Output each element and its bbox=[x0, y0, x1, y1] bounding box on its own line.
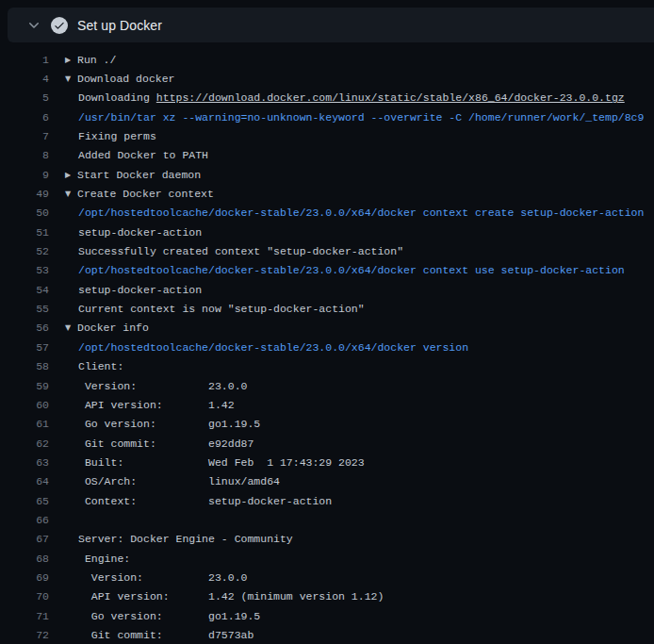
line-number[interactable]: 9 bbox=[0, 169, 49, 181]
log-text-line: Go version: go1.19.5 bbox=[49, 610, 260, 622]
log-lines: 1▶Run ./4▼Download docker5Downloading ht… bbox=[0, 50, 654, 644]
group-expanded-icon[interactable]: ▼ bbox=[65, 190, 77, 198]
line-number[interactable]: 1 bbox=[0, 54, 49, 66]
log-group-header[interactable]: ▶Run ./ bbox=[49, 54, 116, 66]
log-line: 57/opt/hostedtoolcache/docker-stable/23.… bbox=[0, 338, 654, 356]
log-group-header[interactable]: ▼Download docker bbox=[49, 73, 175, 85]
log-text-line: Git commit: d7573ab bbox=[49, 629, 253, 641]
group-collapsed-icon[interactable]: ▶ bbox=[65, 56, 77, 64]
line-number[interactable]: 62 bbox=[0, 438, 49, 450]
group-title: Docker info bbox=[77, 322, 149, 334]
log-line: 9▶Start Docker daemon bbox=[0, 165, 654, 184]
log-line: 51setup-docker-action bbox=[0, 223, 654, 241]
log-text-line: Downloading https://download.docker.com/… bbox=[49, 91, 625, 104]
log-line: 6/usr/bin/tar xz --warning=no-unknown-ke… bbox=[0, 107, 654, 126]
log-text-line: API version: 1.42 (minimum version 1.12) bbox=[49, 590, 384, 603]
step-success-icon bbox=[51, 17, 68, 34]
line-number[interactable]: 59 bbox=[0, 380, 49, 392]
line-number[interactable]: 72 bbox=[0, 629, 49, 641]
command-line: /opt/hostedtoolcache/docker-stable/23.0.… bbox=[49, 341, 468, 354]
line-number[interactable]: 53 bbox=[0, 264, 49, 276]
line-number[interactable]: 63 bbox=[0, 456, 49, 469]
line-number[interactable]: 56 bbox=[0, 322, 49, 334]
chevron-down-icon[interactable] bbox=[26, 18, 41, 33]
group-title: Run ./ bbox=[77, 54, 116, 66]
log-line: 53/opt/hostedtoolcache/docker-stable/23.… bbox=[0, 261, 654, 280]
log-group-header[interactable]: ▼Docker info bbox=[49, 322, 149, 334]
step-header[interactable]: Set up Docker bbox=[8, 8, 654, 42]
log-line: 52Successfully created context "setup-do… bbox=[0, 241, 654, 260]
command-line: /opt/hostedtoolcache/docker-stable/23.0.… bbox=[49, 206, 644, 219]
log-line: 60 API version: 1.42 bbox=[0, 395, 654, 414]
log-line: 62 Git commit: e92dd87 bbox=[0, 434, 654, 453]
group-collapsed-icon[interactable]: ▶ bbox=[65, 171, 77, 179]
log-line: 4▼Download docker bbox=[0, 69, 654, 88]
line-number[interactable]: 7 bbox=[0, 130, 49, 142]
log-text-line: Fixing perms bbox=[49, 130, 156, 142]
log-text-line: Successfully created context "setup-dock… bbox=[49, 245, 403, 257]
actions-log-viewer: Set up Docker 1▶Run ./4▼Download docker5… bbox=[0, 0, 654, 644]
log-group-header[interactable]: ▶Start Docker daemon bbox=[49, 169, 201, 181]
log-text-line: Git commit: e92dd87 bbox=[49, 438, 253, 450]
line-number[interactable]: 71 bbox=[0, 610, 49, 622]
log-text-line: Version: 23.0.0 bbox=[49, 380, 247, 392]
line-number[interactable]: 8 bbox=[0, 149, 49, 161]
log-text: Downloading bbox=[78, 91, 156, 104]
log-line: 59 Version: 23.0.0 bbox=[0, 376, 654, 395]
log-text-line: Added Docker to PATH bbox=[49, 149, 208, 161]
log-line: 5Downloading https://download.docker.com… bbox=[0, 89, 654, 107]
log-text-line: Built: Wed Feb 1 17:43:29 2023 bbox=[49, 456, 365, 469]
log-text-line: Engine: bbox=[49, 553, 130, 565]
line-number[interactable]: 61 bbox=[0, 418, 49, 430]
log-line: 71 Go version: go1.19.5 bbox=[0, 606, 654, 625]
line-number[interactable]: 60 bbox=[0, 399, 49, 411]
log-line: 58Client: bbox=[0, 357, 654, 376]
line-number[interactable]: 50 bbox=[0, 206, 49, 219]
log-line: 61 Go version: go1.19.5 bbox=[0, 415, 654, 434]
log-text-line: setup-docker-action bbox=[49, 284, 202, 296]
line-number[interactable]: 64 bbox=[0, 475, 49, 487]
line-number[interactable]: 49 bbox=[0, 188, 49, 200]
line-number[interactable]: 66 bbox=[0, 514, 49, 526]
log-group-header[interactable]: ▼Create Docker context bbox=[49, 188, 214, 200]
log-line: 68 Engine: bbox=[0, 549, 654, 568]
command-line: /usr/bin/tar xz --warning=no-unknown-key… bbox=[49, 111, 644, 124]
line-number[interactable]: 52 bbox=[0, 245, 49, 257]
log-line: 1▶Run ./ bbox=[0, 50, 654, 69]
log-line: 67Server: Docker Engine - Community bbox=[0, 530, 654, 549]
line-number[interactable]: 69 bbox=[0, 571, 49, 584]
line-number[interactable]: 70 bbox=[0, 590, 49, 603]
download-url[interactable]: https://download.docker.com/linux/static… bbox=[156, 91, 625, 104]
group-expanded-icon[interactable]: ▼ bbox=[65, 323, 77, 332]
line-number[interactable]: 4 bbox=[0, 73, 49, 85]
log-text-line: Go version: go1.19.5 bbox=[49, 418, 260, 430]
command-line: /opt/hostedtoolcache/docker-stable/23.0.… bbox=[49, 264, 625, 276]
log-line: 56▼Docker info bbox=[0, 319, 654, 338]
line-number[interactable]: 58 bbox=[0, 360, 49, 372]
log-line: 69 Version: 23.0.0 bbox=[0, 568, 654, 586]
line-number[interactable]: 57 bbox=[0, 341, 49, 354]
step-title: Set up Docker bbox=[77, 18, 162, 33]
log-line: 7Fixing perms bbox=[0, 126, 654, 145]
line-number[interactable]: 68 bbox=[0, 553, 49, 565]
line-number[interactable]: 55 bbox=[0, 303, 49, 315]
group-title: Create Docker context bbox=[77, 188, 214, 200]
line-number[interactable]: 67 bbox=[0, 533, 49, 545]
log-text-line: API version: 1.42 bbox=[49, 399, 235, 411]
log-line: 54setup-docker-action bbox=[0, 280, 654, 299]
log-text-line: OS/Arch: linux/amd64 bbox=[49, 475, 280, 487]
line-number[interactable]: 51 bbox=[0, 226, 49, 239]
log-line: 63 Built: Wed Feb 1 17:43:29 2023 bbox=[0, 453, 654, 471]
line-number[interactable]: 65 bbox=[0, 495, 49, 507]
group-expanded-icon[interactable]: ▼ bbox=[65, 74, 77, 83]
log-text-line: Version: 23.0.0 bbox=[49, 571, 247, 584]
log-text-line: Current context is now "setup-docker-act… bbox=[49, 303, 365, 315]
log-line: 64 OS/Arch: linux/amd64 bbox=[0, 472, 654, 491]
log-text-line: Client: bbox=[49, 360, 123, 372]
line-number[interactable]: 54 bbox=[0, 284, 49, 296]
line-number[interactable]: 5 bbox=[0, 91, 49, 104]
log-line: 8Added Docker to PATH bbox=[0, 146, 654, 165]
log-line: 70 API version: 1.42 (minimum version 1.… bbox=[0, 587, 654, 606]
line-number[interactable]: 6 bbox=[0, 111, 49, 124]
log-line: 55Current context is now "setup-docker-a… bbox=[0, 299, 654, 318]
